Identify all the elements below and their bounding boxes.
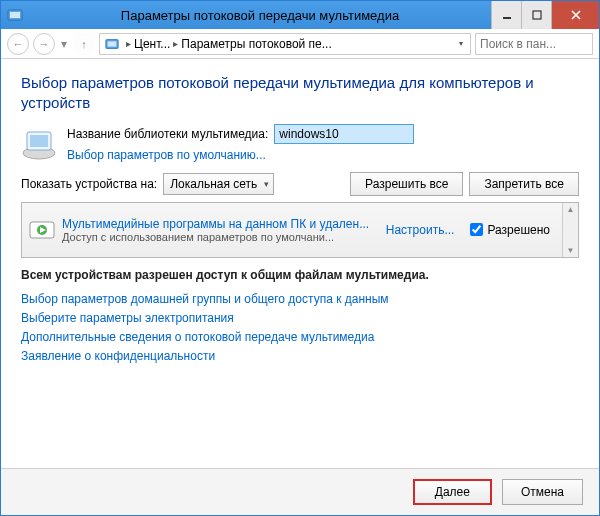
- media-device-icon: [28, 216, 56, 244]
- navigation-bar: ← → ▾ ↑ ▸ Цент... ▸ Параметры потоковой …: [1, 29, 599, 59]
- network-select-value: Локальная сеть: [170, 177, 257, 191]
- window-controls: [491, 1, 599, 29]
- device-name: Мультимедийные программы на данном ПК и …: [62, 217, 376, 231]
- footer: Далее Отмена: [1, 468, 599, 515]
- device-configure-link[interactable]: Настроить...: [382, 223, 459, 237]
- breadcrumb-item[interactable]: Цент...: [134, 37, 170, 51]
- more-info-link[interactable]: Дополнительные сведения о потоковой пере…: [21, 330, 579, 344]
- page-heading: Выбор параметров потоковой передачи муль…: [21, 73, 579, 114]
- search-input[interactable]: [480, 37, 593, 51]
- device-allowed-label: Разрешено: [487, 223, 550, 237]
- show-devices-label: Показать устройства на:: [21, 177, 157, 191]
- control-panel-icon: [104, 36, 120, 52]
- search-box[interactable]: 🔍: [475, 33, 593, 55]
- svg-rect-1: [10, 12, 20, 18]
- nav-dropdown-icon[interactable]: ▾: [59, 37, 69, 51]
- close-button[interactable]: [551, 1, 599, 29]
- block-all-button[interactable]: Запретить все: [469, 172, 579, 196]
- nav-back-button[interactable]: ←: [7, 33, 29, 55]
- content-area: Выбор параметров потоковой передачи муль…: [1, 59, 599, 468]
- chevron-right-icon: ▸: [170, 38, 181, 49]
- allow-all-button[interactable]: Разрешить все: [350, 172, 463, 196]
- homegroup-link[interactable]: Выбор параметров домашней группы и общег…: [21, 292, 579, 306]
- next-button[interactable]: Далее: [413, 479, 492, 505]
- breadcrumb[interactable]: ▸ Цент... ▸ Параметры потоковой пе... ▾: [99, 33, 471, 55]
- device-allowed-checkbox[interactable]: [470, 223, 483, 236]
- power-options-link[interactable]: Выберите параметры электропитания: [21, 311, 579, 325]
- nav-forward-button[interactable]: →: [33, 33, 55, 55]
- svg-rect-8: [30, 135, 48, 147]
- defaults-link[interactable]: Выбор параметров по умолчанию...: [67, 148, 266, 162]
- device-sublabel: Доступ с использованием параметров по ум…: [62, 231, 376, 243]
- svg-rect-2: [503, 17, 511, 19]
- related-links: Выбор параметров домашней группы и общег…: [21, 292, 579, 363]
- titlebar: Параметры потоковой передачи мультимедиа: [1, 1, 599, 29]
- library-name-input[interactable]: [274, 124, 414, 144]
- status-text: Всем устройствам разрешен доступ к общим…: [21, 268, 579, 282]
- network-select[interactable]: Локальная сеть: [163, 173, 274, 195]
- privacy-link[interactable]: Заявление о конфиденциальности: [21, 349, 579, 363]
- chevron-right-icon: ▸: [123, 38, 134, 49]
- device-list: Мультимедийные программы на данном ПК и …: [21, 202, 579, 258]
- library-name-label: Название библиотеки мультимедиа:: [67, 127, 268, 141]
- window-frame: Параметры потоковой передачи мультимедиа…: [0, 0, 600, 516]
- scrollbar[interactable]: ▲ ▼: [562, 203, 578, 257]
- device-allowed-group: Разрешено: [464, 223, 556, 237]
- breadcrumb-dropdown-icon[interactable]: ▾: [456, 39, 466, 48]
- breadcrumb-item[interactable]: Параметры потоковой пе...: [181, 37, 331, 51]
- window-title: Параметры потоковой передачи мультимедиа: [29, 8, 491, 23]
- library-name-section: Название библиотеки мультимедиа: Выбор п…: [21, 124, 579, 162]
- device-row[interactable]: Мультимедийные программы на данном ПК и …: [22, 203, 562, 257]
- nav-up-button[interactable]: ↑: [73, 33, 95, 55]
- show-devices-row: Показать устройства на: Локальная сеть Р…: [21, 172, 579, 196]
- cancel-button[interactable]: Отмена: [502, 479, 583, 505]
- media-library-icon: [21, 126, 57, 162]
- maximize-button[interactable]: [521, 1, 551, 29]
- scroll-up-icon[interactable]: ▲: [567, 205, 575, 214]
- svg-rect-5: [108, 41, 117, 46]
- svg-rect-3: [533, 11, 541, 19]
- minimize-button[interactable]: [491, 1, 521, 29]
- scroll-down-icon[interactable]: ▼: [567, 246, 575, 255]
- control-panel-icon: [1, 7, 29, 23]
